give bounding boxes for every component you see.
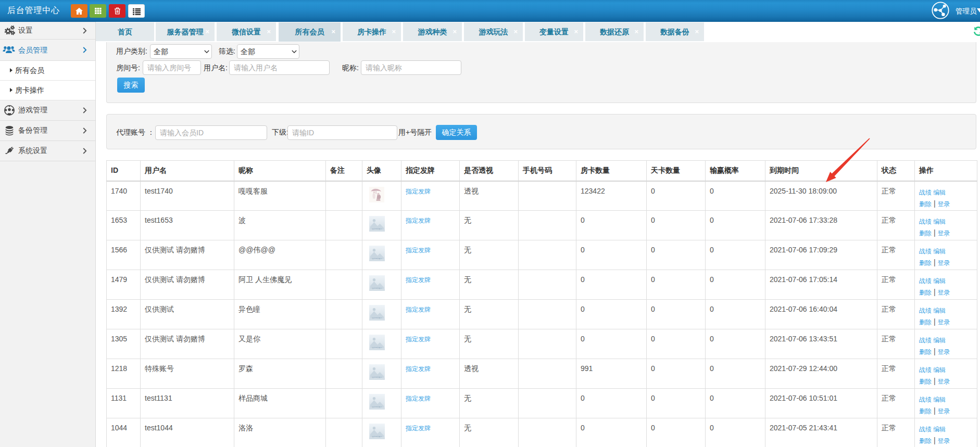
svg-text:图片无法显示: 图片无法显示 xyxy=(372,436,382,438)
svg-text:图片无法显示: 图片无法显示 xyxy=(372,376,382,378)
svg-text:图片无法显示: 图片无法显示 xyxy=(372,347,382,349)
svg-text:图片无法显示: 图片无法显示 xyxy=(372,287,382,289)
svg-text:图片无法显示: 图片无法显示 xyxy=(372,406,382,408)
svg-text:图片无法显示: 图片无法显示 xyxy=(372,317,382,319)
svg-text:图片无法显示: 图片无法显示 xyxy=(372,228,382,230)
svg-text:图片无法显示: 图片无法显示 xyxy=(372,258,382,260)
